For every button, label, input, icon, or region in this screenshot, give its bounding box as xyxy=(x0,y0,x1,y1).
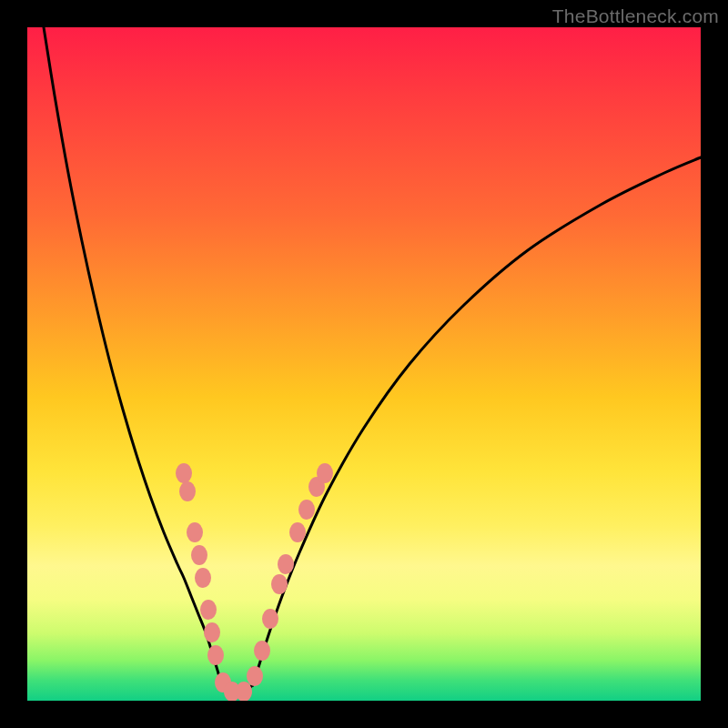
bottleneck-curve xyxy=(27,27,701,701)
marker-dot xyxy=(262,609,278,629)
marker-dot xyxy=(271,574,288,594)
marker-dot xyxy=(191,545,207,565)
marker-dot xyxy=(200,600,217,620)
marker-dot xyxy=(195,568,211,588)
marker-dot xyxy=(236,682,252,701)
marker-dot xyxy=(278,554,294,574)
marker-dot xyxy=(289,522,306,542)
marker-dot xyxy=(247,666,263,686)
plot-area xyxy=(27,27,701,701)
watermark-text: TheBottleneck.com xyxy=(552,5,719,27)
marker-dot xyxy=(254,641,270,661)
marker-dot xyxy=(317,463,333,483)
marker-dot xyxy=(207,645,224,665)
marker-dot xyxy=(204,622,220,642)
curve-path xyxy=(44,27,701,694)
marker-dot xyxy=(187,522,203,542)
marker-dot xyxy=(298,500,315,520)
marker-dot xyxy=(176,463,192,483)
chart-frame: TheBottleneck.com xyxy=(0,0,728,728)
marker-dot xyxy=(179,481,196,501)
